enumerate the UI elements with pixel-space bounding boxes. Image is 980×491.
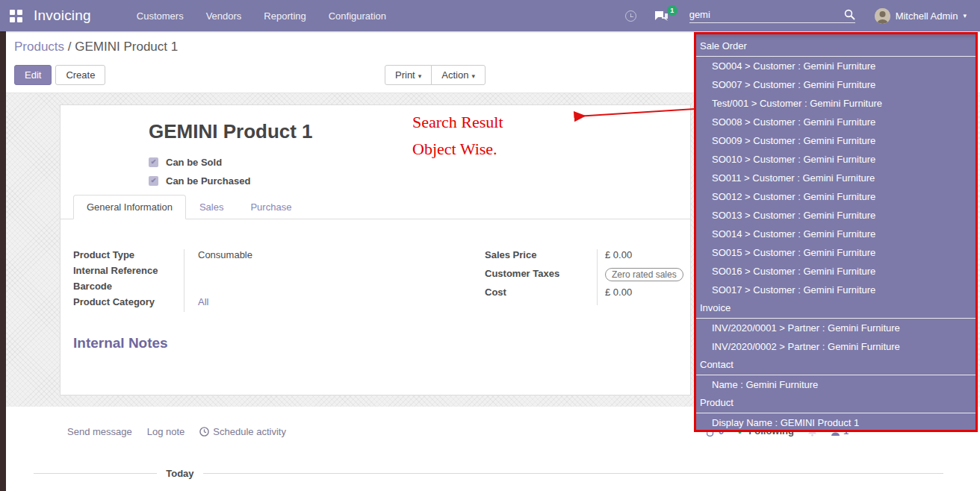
checkbox-row: ✔ Can be Sold (149, 153, 250, 172)
product-flags: ✔ Can be Sold ✔ Can be Purchased (149, 153, 250, 190)
breadcrumb-parent-link[interactable]: Products (14, 40, 64, 54)
check-icon: ✔ (151, 159, 157, 166)
print-action-group: Print▾ Action▾ (385, 65, 486, 85)
field-value-cell: All (184, 296, 394, 312)
checkbox-row: ✔ Can be Purchased (149, 172, 250, 190)
field-label: Customer Taxes (485, 268, 597, 287)
search-result-row[interactable]: Product (696, 394, 976, 413)
field-label: Product Type (73, 249, 184, 265)
field-label: Internal Reference (73, 265, 184, 281)
product-form-sheet: GEMINI Product 1 ✔ Can be Sold ✔ Can be … (60, 104, 691, 395)
today-label: Today (166, 468, 193, 479)
action-dropdown-button[interactable]: Action▾ (431, 65, 486, 85)
search-result-row[interactable]: SO010 > Customer : Gemini Furniture (696, 150, 976, 169)
nav-menu-item[interactable]: Reporting (255, 6, 314, 26)
field-value-cell (184, 281, 394, 296)
chatter-actions: Send message Log note Schedule activity (67, 426, 286, 437)
search-input[interactable] (689, 9, 844, 20)
search-result-row[interactable]: SO007 > Customer : Gemini Furniture (696, 75, 976, 94)
checkbox[interactable]: ✔ (149, 157, 158, 167)
field-label: Barcode (73, 281, 184, 296)
notebook-tab[interactable]: Purchase (237, 195, 305, 219)
breadcrumb-current: GEMINI Product 1 (75, 40, 178, 54)
field-value: Zero rated sales (605, 268, 683, 281)
internal-notes-heading: Internal Notes (73, 335, 168, 351)
breadcrumb-separator: / (64, 40, 75, 54)
search-result-row[interactable]: SO012 > Customer : Gemini Furniture (696, 187, 976, 206)
today-divider: Today (34, 468, 943, 479)
avatar (875, 8, 890, 24)
field-value: £ 0.00 (605, 249, 632, 260)
main-menu: CustomersVendorsReportingConfiguration (128, 6, 394, 26)
chat-bubbles-icon (654, 10, 669, 22)
notebook-tab[interactable]: Sales (186, 195, 238, 219)
search-result-row[interactable]: Test/001 > Customer : Gemini Furniture (696, 94, 976, 113)
activity-clock-icon[interactable] (625, 10, 636, 22)
check-icon: ✔ (151, 178, 157, 184)
page: Invoicing CustomersVendorsReportingConfi… (0, 0, 980, 491)
field-row: Product Category All (73, 296, 394, 312)
field-row: Barcode (73, 281, 394, 296)
chevron-down-icon: ▾ (471, 72, 475, 80)
search-result-row[interactable]: SO008 > Customer : Gemini Furniture (696, 113, 976, 131)
search-result-row[interactable]: Contact (696, 356, 976, 375)
user-menu[interactable]: Mitchell Admin ▾ (875, 8, 967, 24)
field-row: Product Type Consumable (73, 249, 394, 265)
field-value: All (198, 296, 208, 307)
schedule-activity-link[interactable]: Schedule activity (199, 426, 286, 437)
user-name: Mitchell Admin (896, 10, 958, 22)
annotation-line1: Search Result (412, 109, 503, 136)
edit-button[interactable]: Edit (14, 65, 52, 85)
notebook-tab[interactable]: General Information (73, 195, 186, 219)
nav-menu-item[interactable]: Customers (128, 6, 192, 26)
search-result-row[interactable]: SO016 > Customer : Gemini Furniture (696, 262, 976, 281)
app-title[interactable]: Invoicing (34, 7, 91, 24)
annotation-line2: Object Wise. (412, 136, 503, 163)
search-result-row[interactable]: SO017 > Customer : Gemini Furniture (696, 281, 976, 299)
nav-menu-item[interactable]: Vendors (198, 6, 250, 26)
search-result-row[interactable]: Invoice (696, 299, 976, 319)
messages-badge: 1 (667, 5, 677, 16)
navbar-right: 1 Mitchell Admin ▾ (625, 8, 980, 24)
field-value: Consumable (198, 249, 252, 260)
search-result-row[interactable]: SO009 > Customer : Gemini Furniture (696, 131, 976, 150)
search-result-row[interactable]: SO013 > Customer : Gemini Furniture (696, 206, 976, 225)
top-navbar: Invoicing CustomersVendorsReportingConfi… (0, 0, 980, 31)
chevron-down-icon: ▾ (963, 12, 967, 19)
log-note-link[interactable]: Log note (147, 426, 185, 437)
notebook-tabs: General InformationSalesPurchase (61, 195, 690, 219)
checkbox-label: Can be Sold (166, 157, 222, 168)
product-title: GEMINI Product 1 (149, 120, 313, 143)
field-value: £ 0.00 (605, 287, 632, 298)
search-result-row[interactable]: SO014 > Customer : Gemini Furniture (696, 225, 976, 243)
search-result-row[interactable]: SO004 > Customer : Gemini Furniture (696, 57, 976, 75)
search-result-row[interactable]: Name : Gemini Furniture (696, 375, 976, 394)
field-group-left: Product Type Consumable Internal Referen… (73, 249, 394, 312)
search-result-row[interactable]: Sale Order (696, 37, 976, 57)
field-label: Product Category (73, 296, 184, 312)
print-dropdown-button[interactable]: Print▾ (385, 65, 432, 85)
breadcrumb: Products / GEMINI Product 1 (14, 40, 178, 54)
search-result-row[interactable]: INV/2020/0002 > Partner : Gemini Furnitu… (696, 337, 976, 356)
messages-icon[interactable]: 1 (654, 10, 669, 22)
create-button[interactable]: Create (55, 65, 105, 85)
field-label: Sales Price (485, 249, 597, 268)
nav-menu-item[interactable]: Configuration (320, 6, 394, 26)
search-icon[interactable] (844, 9, 855, 20)
field-row: Internal Reference (73, 265, 394, 281)
annotation-text: Search Result Object Wise. (412, 109, 503, 163)
search-result-row[interactable]: SO015 > Customer : Gemini Furniture (696, 243, 976, 262)
field-value-cell: Consumable (184, 249, 394, 265)
field-label: Cost (485, 287, 597, 305)
checkbox[interactable]: ✔ (149, 176, 158, 186)
search-result-row[interactable]: INV/2020/0001 > Partner : Gemini Furnitu… (696, 319, 976, 337)
record-buttons: Edit Create (14, 65, 105, 85)
clock-icon (199, 427, 209, 437)
global-search (689, 9, 855, 23)
send-message-link[interactable]: Send message (67, 426, 132, 437)
field-value-cell (184, 265, 394, 281)
chevron-down-icon: ▾ (418, 72, 422, 80)
search-result-row[interactable]: Display Name : GEMINI Product 1 (696, 413, 976, 432)
apps-grid-icon[interactable] (10, 10, 22, 22)
search-result-row[interactable]: SO011 > Customer : Gemini Furniture (696, 169, 976, 187)
